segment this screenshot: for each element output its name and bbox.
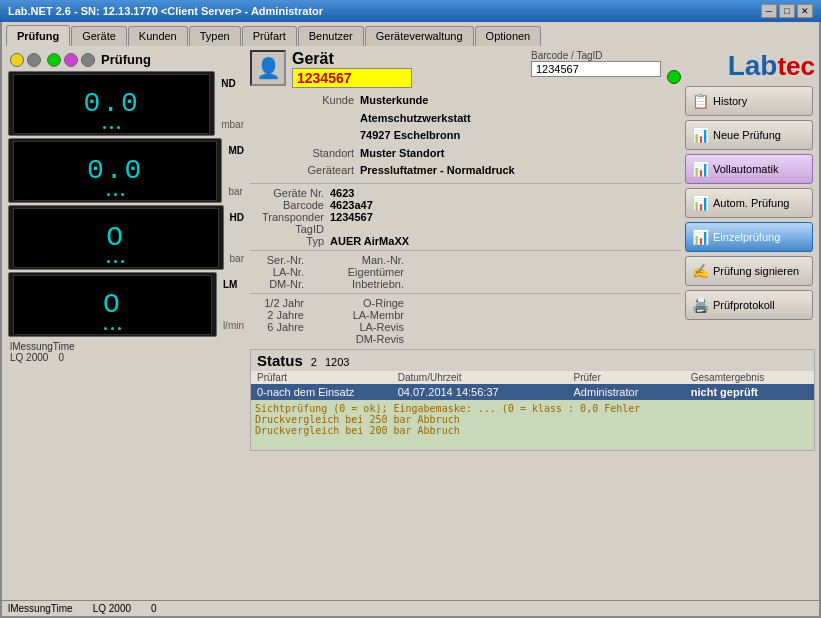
kunde-label: Kunde [250, 92, 360, 110]
tab-bar: Prüfung Geräte Kunden Typen Prüfart Benu… [2, 22, 819, 46]
serial-right: Man.-Nr. Eigentümer Inbetriebn. [330, 254, 410, 290]
md-label: MD [228, 145, 244, 156]
minimize-button[interactable]: ─ [761, 4, 777, 18]
la-revis-row: LA-Revis [330, 321, 410, 333]
log-area: Sichtprüfung (0 = ok); Eingabemaske: ...… [251, 400, 814, 450]
la-revis-label: LA-Revis [330, 321, 410, 333]
dm-nr-row: DM-Nr. [250, 278, 310, 290]
info-row-geraeteart: Geräteart Pressluftatmer - Normaldruck [250, 162, 681, 180]
ser-nr-label: Ser.-Nr. [250, 254, 310, 266]
top-section: 👤 Gerät Barcode / TagID [250, 50, 815, 345]
tab-pruefart[interactable]: Prüfart [242, 26, 297, 46]
lmessungtime-label: lMessungTime [10, 341, 242, 352]
six-year-label: 6 Jahre [250, 321, 310, 333]
tab-typen[interactable]: Typen [189, 26, 241, 46]
close-button[interactable]: ✕ [797, 4, 813, 18]
half-year-row: 1/2 Jahr [250, 297, 310, 309]
hd-measurement-row: O HD bar [6, 205, 246, 270]
status-col1: 2 [311, 356, 317, 368]
info-row-kunde: Kunde Musterkunde [250, 92, 681, 110]
lm-display: O [13, 275, 212, 335]
transponder-value: 1234567 [330, 211, 373, 235]
vollautomatik-icon: 📊 [692, 161, 709, 177]
tab-pruefung[interactable]: Prüfung [6, 25, 70, 46]
neue-pruefung-button[interactable]: 📊 Neue Prüfung [685, 120, 813, 150]
vollautomatik-button[interactable]: 📊 Vollautomatik [685, 154, 813, 184]
tab-benutzer[interactable]: Benutzer [298, 26, 364, 46]
lm-labels: LM l/min [219, 279, 244, 331]
device-info-panel: 👤 Gerät Barcode / TagID [250, 50, 681, 345]
transponder-label: Transponder TagID [250, 211, 330, 235]
kunde-name: Musterkunde [360, 92, 428, 110]
maintenance-right: O-Ringe LA-Membr LA-Revis [330, 297, 410, 345]
geraeteart-label: Geräteart [250, 162, 360, 180]
lm-dots [14, 327, 211, 330]
status-section: Status 2 1203 Prüfart Datum/Uhrzeit Prüf… [250, 349, 815, 451]
man-nr-row: Man.-Nr. [330, 254, 410, 266]
pruefung-header: Prüfung [6, 50, 246, 69]
tab-geraeteverwaltung[interactable]: Geräteverwaltung [365, 26, 474, 46]
bottom-lq-field: LQ 2000 [93, 603, 131, 614]
main-content: Prüfung 0.0 ND mbar [2, 46, 819, 600]
pruefung-signieren-button[interactable]: ✍️ Prüfung signieren [685, 256, 813, 286]
traffic-lights [10, 53, 41, 67]
ser-nr-row: Ser.-Nr. [250, 254, 310, 266]
einzelpruefung-icon: 📊 [692, 229, 709, 245]
lq-row: LQ 2000 0 [10, 352, 242, 363]
six-year-row: 6 Jahre [250, 321, 310, 333]
info-row-geraete-nr: Geräte Nr. 4623 [250, 187, 409, 199]
pruefung-signieren-icon: ✍️ [692, 263, 709, 279]
half-year-label: 1/2 Jahr [250, 297, 310, 309]
nd-unit: mbar [221, 119, 244, 130]
tab-geraete[interactable]: Geräte [71, 26, 127, 46]
device-id-input[interactable] [292, 68, 412, 88]
man-nr-label: Man.-Nr. [330, 254, 410, 266]
logo-lab: Lab [728, 50, 778, 81]
autom-pruefung-button[interactable]: 📊 Autom. Prüfung [685, 188, 813, 218]
neue-pruefung-label: Neue Prüfung [713, 129, 781, 141]
inbetriebn-label: Inbetriebn. [330, 278, 410, 290]
pruefprotokoll-label: Prüfprotokoll [713, 299, 775, 311]
nd-measurement-box: 0.0 [8, 71, 215, 136]
barcode-input[interactable] [531, 61, 661, 77]
status-datum: 04.07.2014 14:56:37 [398, 386, 574, 398]
dm-revis-label: DM-Revis [330, 333, 410, 345]
history-button[interactable]: 📋 History [685, 86, 813, 116]
device-header-row: 👤 Gerät Barcode / TagID [250, 50, 681, 88]
window-body: Prüfung Geräte Kunden Typen Prüfart Benu… [0, 22, 821, 618]
pruefung-signieren-label: Prüfung signieren [713, 265, 799, 277]
device-id-area: Gerät [292, 50, 525, 88]
log-line-1: Sichtprüfung (0 = ok); Eingabemaske: ...… [255, 403, 810, 414]
bottom-lmessungtime: lMessungTime [8, 603, 73, 614]
pruefprotokoll-icon: 🖨️ [692, 297, 709, 313]
status-ergebnis: nicht geprüft [691, 386, 808, 398]
geraete-nr-label: Geräte Nr. [250, 187, 330, 199]
eigentuemer-row: Eigentümer [330, 266, 410, 278]
plz-value: 74927 Eschelbronn [360, 127, 460, 145]
tab-kunden[interactable]: Kunden [128, 26, 188, 46]
logo-tec: tec [777, 51, 815, 81]
divider-2 [250, 250, 681, 251]
eigentuemer-label: Eigentümer [330, 266, 410, 278]
nd-labels: ND mbar [217, 78, 244, 130]
einzelpruefung-button[interactable]: 📊 Einzelprüfung [685, 222, 813, 252]
light-gray [27, 53, 41, 67]
restore-button[interactable]: □ [779, 4, 795, 18]
bottom-bar: lMessungTime LQ 2000 0 [2, 600, 819, 616]
tab-optionen[interactable]: Optionen [475, 26, 542, 46]
status-col-headers: Prüfart Datum/Uhrzeit Prüfer Gesamtergeb… [251, 371, 814, 384]
nd-label: ND [221, 78, 235, 89]
pruefprotokoll-button[interactable]: 🖨️ Prüfprotokoll [685, 290, 813, 320]
col-pruefer: Prüfer [574, 372, 691, 383]
history-label: History [713, 95, 747, 107]
serial-col: Ser.-Nr. LA-Nr. DM-Nr. [250, 254, 681, 290]
md-measurement-box: 0.0 [8, 138, 222, 203]
md-measurement-row: 0.0 MD bar [6, 138, 246, 203]
geraete-nr-value: 4623 [330, 187, 354, 199]
maintenance-left: 1/2 Jahr 2 Jahre 6 Jahre [250, 297, 310, 345]
md-labels: MD bar [224, 145, 244, 197]
standort-label: Standort [250, 145, 360, 163]
status-pruefer: Administrator [574, 386, 691, 398]
md-display: 0.0 [13, 141, 217, 201]
hd-value: O [106, 222, 125, 253]
